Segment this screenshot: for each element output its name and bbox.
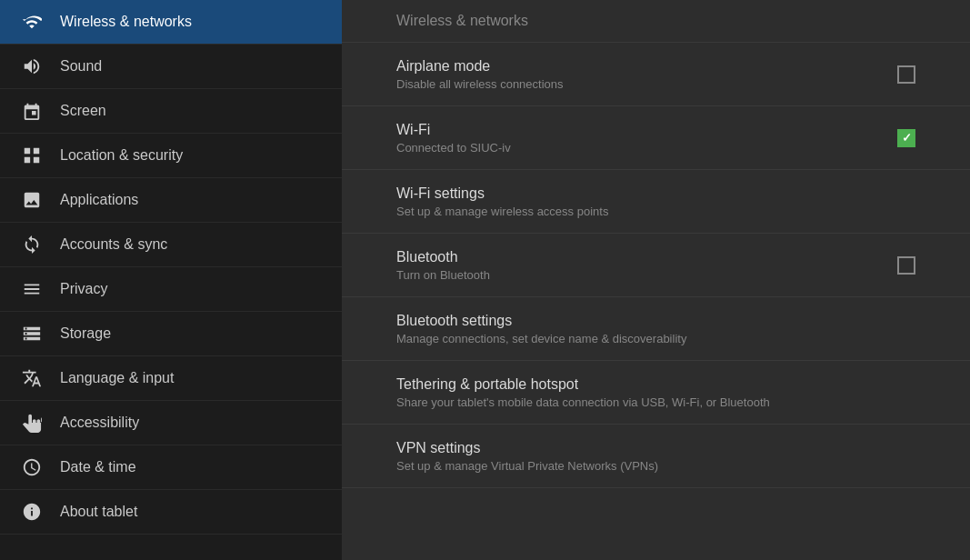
settings-item-bluetooth-settings[interactable]: Bluetooth settings Manage connections, s… (342, 297, 970, 361)
settings-item-title-tethering: Tethering & portable hotspot (396, 376, 915, 393)
settings-item-text-bluetooth: Bluetooth Turn on Bluetooth (396, 249, 897, 282)
checkbox-bluetooth[interactable] (897, 256, 915, 275)
settings-item-text-bluetooth-settings: Bluetooth settings Manage connections, s… (396, 313, 915, 345)
settings-item-vpn[interactable]: VPN settings Set up & manage Virtual Pri… (342, 425, 970, 488)
main-title: Wireless & networks (396, 13, 528, 28)
settings-item-title-wifi: Wi-Fi (396, 122, 897, 138)
settings-item-title-airplane: Airplane mode (396, 58, 897, 75)
sidebar-item-label: Sound (60, 58, 102, 75)
sidebar-item-label: Location & security (60, 147, 183, 164)
sidebar-item-accounts[interactable]: Accounts & sync (0, 223, 342, 267)
info-icon (18, 498, 45, 525)
settings-item-subtitle-bluetooth: Turn on Bluetooth (396, 268, 897, 282)
sidebar-item-location[interactable]: Location & security (0, 134, 342, 178)
sidebar-item-about[interactable]: About tablet (0, 490, 342, 535)
sidebar-item-label: Privacy (60, 281, 107, 297)
sidebar-item-sound[interactable]: Sound (0, 45, 342, 89)
settings-item-text-wifi: Wi-Fi Connected to SIUC-iv (396, 122, 897, 155)
sidebar-item-applications[interactable]: Applications (0, 178, 342, 223)
settings-item-bluetooth[interactable]: Bluetooth Turn on Bluetooth (342, 234, 970, 297)
settings-item-subtitle-bluetooth-settings: Manage connections, set device name & di… (396, 332, 915, 345)
sound-icon (18, 53, 45, 80)
settings-item-subtitle-airplane: Disable all wireless connections (396, 77, 897, 91)
settings-item-text-airplane: Airplane mode Disable all wireless conne… (396, 58, 897, 91)
sidebar-item-label: About tablet (60, 504, 137, 520)
settings-item-title-bluetooth-settings: Bluetooth settings (396, 313, 915, 329)
checkbox-wifi[interactable] (897, 129, 915, 147)
settings-item-subtitle-tethering: Share your tablet's mobile data connecti… (396, 395, 915, 409)
main-header: Wireless & networks (342, 0, 970, 43)
sidebar-item-label: Applications (60, 192, 138, 208)
sidebar-item-wireless[interactable]: Wireless & networks (0, 0, 342, 45)
screen-icon (18, 97, 45, 125)
image-icon (18, 186, 45, 214)
sidebar-item-privacy[interactable]: Privacy (0, 267, 342, 312)
sidebar-item-label: Language & input (60, 370, 174, 386)
settings-item-wifi-settings[interactable]: Wi-Fi settings Set up & manage wireless … (342, 170, 970, 234)
sidebar-item-language[interactable]: Language & input (0, 356, 342, 401)
sidebar-item-label: Screen (60, 103, 106, 119)
settings-item-subtitle-wifi-settings: Set up & manage wireless access points (396, 205, 915, 218)
sync-icon (18, 231, 45, 258)
sidebar-item-label: Accessibility (60, 415, 139, 431)
settings-list: Airplane mode Disable all wireless conne… (342, 43, 970, 560)
settings-item-text-tethering: Tethering & portable hotspot Share your … (396, 376, 915, 409)
sidebar-item-label: Wireless & networks (60, 14, 192, 30)
settings-item-title-wifi-settings: Wi-Fi settings (396, 185, 915, 202)
main-content: Wireless & networks Airplane mode Disabl… (342, 0, 970, 560)
settings-item-subtitle-wifi: Connected to SIUC-iv (396, 141, 897, 155)
settings-item-title-vpn: VPN settings (396, 440, 915, 456)
sidebar-item-storage[interactable]: Storage (0, 312, 342, 356)
settings-item-text-wifi-settings: Wi-Fi settings Set up & manage wireless … (396, 185, 915, 218)
sidebar: Wireless & networks Sound Screen Locatio… (0, 0, 342, 560)
sidebar-item-accessibility[interactable]: Accessibility (0, 401, 342, 445)
clock-icon (18, 454, 45, 481)
settings-item-text-vpn: VPN settings Set up & manage Virtual Pri… (396, 440, 915, 473)
settings-item-tethering[interactable]: Tethering & portable hotspot Share your … (342, 361, 970, 425)
a-icon (18, 365, 45, 392)
settings-item-airplane[interactable]: Airplane mode Disable all wireless conne… (342, 43, 970, 106)
wifi-icon (18, 8, 45, 35)
settings-item-title-bluetooth: Bluetooth (396, 249, 897, 265)
bars-icon (18, 275, 45, 303)
grid-icon (18, 142, 45, 169)
settings-item-wifi[interactable]: Wi-Fi Connected to SIUC-iv (342, 106, 970, 170)
hand-icon (18, 409, 45, 436)
storage-icon (18, 320, 45, 347)
sidebar-item-label: Accounts & sync (60, 236, 167, 253)
sidebar-item-label: Storage (60, 325, 111, 342)
sidebar-item-screen[interactable]: Screen (0, 89, 342, 134)
settings-item-subtitle-vpn: Set up & manage Virtual Private Networks… (396, 459, 915, 473)
sidebar-item-label: Date & time (60, 459, 136, 475)
sidebar-item-datetime[interactable]: Date & time (0, 445, 342, 490)
checkbox-airplane[interactable] (897, 65, 915, 84)
